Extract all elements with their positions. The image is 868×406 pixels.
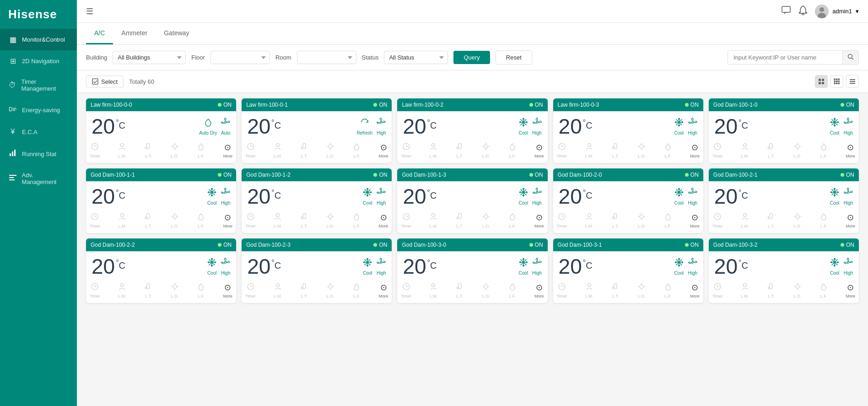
- lt-control[interactable]: L.T.: [144, 212, 152, 228]
- timer-control[interactable]: Timer: [401, 212, 411, 228]
- timer-control[interactable]: Timer: [245, 282, 256, 298]
- lt-control[interactable]: L.T.: [767, 142, 775, 158]
- lm-control[interactable]: L.M.: [274, 282, 282, 298]
- bell-icon[interactable]: [798, 5, 808, 17]
- timer-control[interactable]: Timer: [557, 212, 567, 228]
- lf-control[interactable]: L.F.: [352, 212, 361, 228]
- lt-control[interactable]: L.T.: [767, 282, 775, 298]
- more-button[interactable]: ⊙ More: [223, 212, 233, 228]
- select-button[interactable]: Select: [86, 76, 124, 88]
- more-button[interactable]: ⊙ More: [690, 142, 700, 158]
- hamburger-menu[interactable]: ☰: [86, 6, 93, 16]
- lm-control[interactable]: L.M.: [118, 282, 126, 298]
- lo-control[interactable]: L.O.: [326, 212, 334, 228]
- timer-control[interactable]: Timer: [401, 282, 411, 298]
- lo-control[interactable]: L.O.: [326, 142, 334, 158]
- timer-control[interactable]: Timer: [90, 212, 100, 228]
- lm-control[interactable]: L.M.: [274, 212, 282, 228]
- lo-control[interactable]: L.O.: [793, 142, 802, 158]
- lt-control[interactable]: L.T.: [300, 282, 308, 298]
- sidebar-item-eca[interactable]: ¥ E.C.A: [0, 121, 77, 142]
- lo-control[interactable]: L.O.: [793, 212, 802, 228]
- lm-control[interactable]: L.M.: [118, 212, 126, 228]
- lm-control[interactable]: L.M.: [585, 212, 593, 228]
- more-button[interactable]: ⊙ More: [846, 282, 855, 298]
- lf-control[interactable]: L.F.: [508, 142, 517, 158]
- more-button[interactable]: ⊙ More: [534, 212, 544, 228]
- lf-control[interactable]: L.F.: [352, 282, 361, 298]
- lf-control[interactable]: L.F.: [664, 212, 672, 228]
- reset-button[interactable]: Reset: [496, 50, 532, 65]
- lo-control[interactable]: L.O.: [171, 282, 179, 298]
- lf-control[interactable]: L.F.: [664, 282, 672, 298]
- admin-menu[interactable]: admin1 ▾: [815, 5, 859, 18]
- lm-control[interactable]: L.M.: [429, 212, 437, 228]
- more-button[interactable]: ⊙ More: [534, 142, 544, 158]
- timer-control[interactable]: Timer: [712, 282, 723, 298]
- lm-control[interactable]: L.M.: [429, 282, 437, 298]
- lf-control[interactable]: L.F.: [819, 212, 828, 228]
- timer-control[interactable]: Timer: [712, 212, 723, 228]
- lt-control[interactable]: L.T.: [456, 212, 464, 228]
- lt-control[interactable]: L.T.: [456, 282, 464, 298]
- lt-control[interactable]: L.T.: [767, 212, 775, 228]
- search-input[interactable]: [728, 51, 842, 64]
- lo-control[interactable]: L.O.: [637, 212, 646, 228]
- timer-control[interactable]: Timer: [401, 142, 411, 158]
- lt-control[interactable]: L.T.: [611, 142, 620, 158]
- lf-control[interactable]: L.F.: [819, 282, 828, 298]
- timer-control[interactable]: Timer: [245, 142, 256, 158]
- lo-control[interactable]: L.O.: [171, 212, 179, 228]
- lf-control[interactable]: L.F.: [819, 142, 828, 158]
- more-button[interactable]: ⊙ More: [690, 212, 700, 228]
- lm-control[interactable]: L.M.: [585, 142, 593, 158]
- lm-control[interactable]: L.M.: [274, 142, 282, 158]
- query-button[interactable]: Query: [453, 51, 490, 64]
- lt-control[interactable]: L.T.: [456, 142, 464, 158]
- building-select[interactable]: All Buildings: [113, 51, 186, 64]
- sidebar-item-2d-navigation[interactable]: ⊞ 2D Navigation: [0, 50, 77, 72]
- sidebar-item-running[interactable]: Running Stat: [0, 142, 77, 165]
- lm-control[interactable]: L.M.: [585, 282, 593, 298]
- lt-control[interactable]: L.T.: [611, 212, 620, 228]
- lf-control[interactable]: L.F.: [352, 142, 361, 158]
- lo-control[interactable]: L.O.: [482, 282, 490, 298]
- search-button[interactable]: [842, 51, 858, 64]
- more-button[interactable]: ⊙ More: [379, 212, 388, 228]
- lo-control[interactable]: L.O.: [482, 142, 490, 158]
- lo-control[interactable]: L.O.: [171, 142, 179, 158]
- lt-control[interactable]: L.T.: [144, 282, 152, 298]
- tab-ac[interactable]: A/C: [86, 23, 113, 44]
- lm-control[interactable]: L.M.: [741, 142, 749, 158]
- lf-control[interactable]: L.F.: [508, 212, 517, 228]
- lt-control[interactable]: L.T.: [611, 282, 620, 298]
- more-button[interactable]: ⊙ More: [690, 282, 700, 298]
- view-medium-grid-button[interactable]: [830, 75, 843, 88]
- status-select[interactable]: All Status: [384, 51, 448, 64]
- sidebar-item-adv[interactable]: Adv. Management: [0, 165, 77, 192]
- more-button[interactable]: ⊙ More: [379, 142, 388, 158]
- tab-ammeter[interactable]: Ammeter: [113, 23, 156, 44]
- timer-control[interactable]: Timer: [90, 282, 100, 298]
- lf-control[interactable]: L.F.: [197, 212, 205, 228]
- more-button[interactable]: ⊙ More: [379, 282, 388, 298]
- lf-control[interactable]: L.F.: [197, 142, 205, 158]
- timer-control[interactable]: Timer: [557, 282, 567, 298]
- lo-control[interactable]: L.O.: [637, 282, 646, 298]
- lm-control[interactable]: L.M.: [741, 212, 749, 228]
- more-button[interactable]: ⊙ More: [223, 142, 233, 158]
- lf-control[interactable]: L.F.: [664, 142, 672, 158]
- lo-control[interactable]: L.O.: [637, 142, 646, 158]
- lo-control[interactable]: L.O.: [326, 282, 334, 298]
- timer-control[interactable]: Timer: [245, 212, 256, 228]
- lm-control[interactable]: L.M.: [429, 142, 437, 158]
- more-button[interactable]: ⊙ More: [846, 212, 855, 228]
- timer-control[interactable]: Timer: [712, 142, 723, 158]
- floor-select[interactable]: [210, 51, 270, 64]
- timer-control[interactable]: Timer: [557, 142, 567, 158]
- more-button[interactable]: ⊙ More: [534, 282, 544, 298]
- lt-control[interactable]: L.T.: [144, 142, 152, 158]
- lt-control[interactable]: L.T.: [300, 212, 308, 228]
- view-large-grid-button[interactable]: [815, 75, 828, 88]
- sidebar-item-timer[interactable]: ⏱ Timer Management: [0, 72, 77, 98]
